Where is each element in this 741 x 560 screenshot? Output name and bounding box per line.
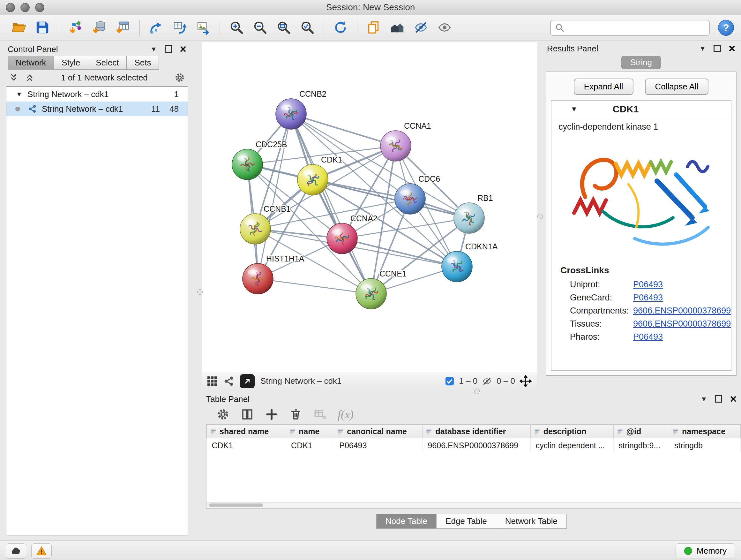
import-table-button[interactable] xyxy=(112,17,133,38)
save-session-button[interactable] xyxy=(32,17,53,38)
expand-all-icon[interactable] xyxy=(25,73,35,82)
tab-sets[interactable]: Sets xyxy=(126,56,159,70)
hide-selected-button[interactable] xyxy=(410,17,431,38)
network-node-RB1[interactable] xyxy=(454,203,484,233)
collapse-all-icon[interactable] xyxy=(9,73,18,82)
network-edge[interactable] xyxy=(291,114,371,294)
selected-checkbox-icon[interactable] xyxy=(445,376,455,386)
column-header--id[interactable]: @id xyxy=(613,425,669,438)
column-sort-icon[interactable] xyxy=(617,429,623,435)
detach-view-button[interactable] xyxy=(240,374,255,388)
column-header-namespace[interactable]: namespace xyxy=(669,425,740,438)
column-header-database-identifier[interactable]: database identifier xyxy=(422,425,530,438)
export-image-button[interactable] xyxy=(193,17,214,38)
horizontal-scrollbar[interactable] xyxy=(206,502,741,508)
table-cell[interactable]: P06493 xyxy=(334,438,422,453)
table-cell[interactable]: stringdb:9... xyxy=(613,438,669,453)
hidden-eye-icon[interactable] xyxy=(482,376,492,386)
zoom-selected-button[interactable] xyxy=(297,17,318,38)
network-options-gear-icon[interactable] xyxy=(174,72,185,83)
help-button[interactable]: ? xyxy=(718,20,734,36)
network-node-CDC6[interactable] xyxy=(395,184,425,214)
tab-edge-table[interactable]: Edge Table xyxy=(436,514,496,529)
panel-float-button[interactable] xyxy=(714,45,721,52)
new-network-selection-button[interactable] xyxy=(145,17,166,38)
network-row[interactable]: String Network – cdk1 11 48 xyxy=(6,102,188,116)
memory-button[interactable]: Memory xyxy=(676,543,735,558)
delete-column-button[interactable] xyxy=(289,408,302,421)
crosslink-link[interactable]: 9606.ENSP00000378699 xyxy=(633,306,731,316)
show-all-button[interactable] xyxy=(434,17,455,38)
import-database-button[interactable] xyxy=(89,17,110,38)
tab-network-table[interactable]: Network Table xyxy=(496,514,567,529)
crosslink-link[interactable]: P06493 xyxy=(633,280,663,290)
network-edge[interactable] xyxy=(291,114,396,146)
panel-menu-caret-icon[interactable]: ▼ xyxy=(700,395,707,403)
copy-button[interactable] xyxy=(363,17,384,38)
scrollbar-thumb[interactable] xyxy=(209,503,263,507)
table-cell[interactable]: stringdb xyxy=(669,438,740,453)
zoom-fit-button[interactable] xyxy=(273,17,294,38)
add-column-button[interactable] xyxy=(265,408,278,421)
panel-menu-caret-icon[interactable]: ▼ xyxy=(699,45,706,52)
column-header-canonical-name[interactable]: canonical name xyxy=(334,425,422,438)
search-input[interactable] xyxy=(550,20,710,36)
panel-close-button[interactable]: × xyxy=(180,45,186,54)
crosslink-link[interactable]: P06493 xyxy=(633,293,663,303)
network-node-CCNA1[interactable] xyxy=(381,131,411,161)
import-network-button[interactable] xyxy=(65,17,86,38)
close-window-button[interactable] xyxy=(6,3,15,12)
pan-crosshair-icon[interactable] xyxy=(520,375,532,387)
network-edge[interactable] xyxy=(258,279,371,294)
crosslink-link[interactable]: 9606.ENSP00000378699 xyxy=(633,319,731,329)
column-sort-icon[interactable] xyxy=(337,429,344,435)
panel-menu-caret-icon[interactable]: ▼ xyxy=(150,45,157,53)
network-node-CCNE1[interactable] xyxy=(356,278,387,309)
network-node-CDK1[interactable] xyxy=(297,165,328,195)
tab-network[interactable]: Network xyxy=(8,56,54,70)
birdseye-view-icon[interactable] xyxy=(223,376,234,387)
column-sort-icon[interactable] xyxy=(210,429,216,435)
zoom-out-button[interactable] xyxy=(250,17,271,38)
column-sort-icon[interactable] xyxy=(426,429,432,435)
network-node-CDC25B[interactable] xyxy=(232,149,263,180)
zoom-window-button[interactable] xyxy=(35,3,44,12)
refresh-layout-button[interactable] xyxy=(330,17,351,38)
minimize-window-button[interactable] xyxy=(20,3,30,12)
table-cell[interactable]: CDK1 xyxy=(286,438,334,453)
column-header-name[interactable]: name xyxy=(286,425,334,438)
column-header-description[interactable]: description xyxy=(530,425,613,438)
expand-all-button[interactable]: Expand All xyxy=(574,78,633,95)
warnings-button[interactable] xyxy=(31,543,52,559)
function-builder-button[interactable]: f(x) xyxy=(338,408,354,421)
table-settings-button[interactable] xyxy=(216,408,230,421)
vertical-splitter-handle[interactable] xyxy=(537,213,543,219)
network-node-CCNA2[interactable] xyxy=(327,223,357,254)
delete-table-button[interactable] xyxy=(313,408,327,421)
column-sort-icon[interactable] xyxy=(534,429,540,435)
panel-float-button[interactable] xyxy=(715,395,722,402)
new-network-table-button[interactable] xyxy=(169,17,190,38)
show-columns-button[interactable] xyxy=(241,408,254,421)
tab-style[interactable]: Style xyxy=(54,56,88,70)
table-cell[interactable]: cyclin-dependent ... xyxy=(530,438,613,453)
open-session-button[interactable] xyxy=(8,17,29,38)
column-header-shared-name[interactable]: shared name xyxy=(207,425,286,438)
column-sort-icon[interactable] xyxy=(672,429,679,435)
gene-header[interactable]: ▼ CDK1 xyxy=(551,101,731,118)
panel-float-button[interactable] xyxy=(165,45,172,53)
tab-string[interactable]: String xyxy=(621,56,661,69)
panel-close-button[interactable]: × xyxy=(730,395,737,404)
network-node-HIST1H1A[interactable] xyxy=(243,263,273,294)
network-canvas[interactable]: CCNB2CCNA1CDC25BCDK1CDC6RB1CCNB1CCNA2CDK… xyxy=(202,42,537,372)
tab-select[interactable]: Select xyxy=(88,56,127,70)
home-button[interactable] xyxy=(387,17,408,38)
table-row[interactable]: CDK1CDK1P064939606.ENSP00000378699cyclin… xyxy=(207,438,741,453)
network-edge[interactable] xyxy=(342,239,457,266)
tab-node-table[interactable]: Node Table xyxy=(376,514,436,529)
network-node-CCNB1[interactable] xyxy=(240,213,271,244)
cloud-button[interactable] xyxy=(6,543,26,559)
grid-view-icon[interactable] xyxy=(207,376,218,387)
table-cell[interactable]: CDK1 xyxy=(207,438,286,453)
zoom-in-button[interactable] xyxy=(226,17,247,38)
